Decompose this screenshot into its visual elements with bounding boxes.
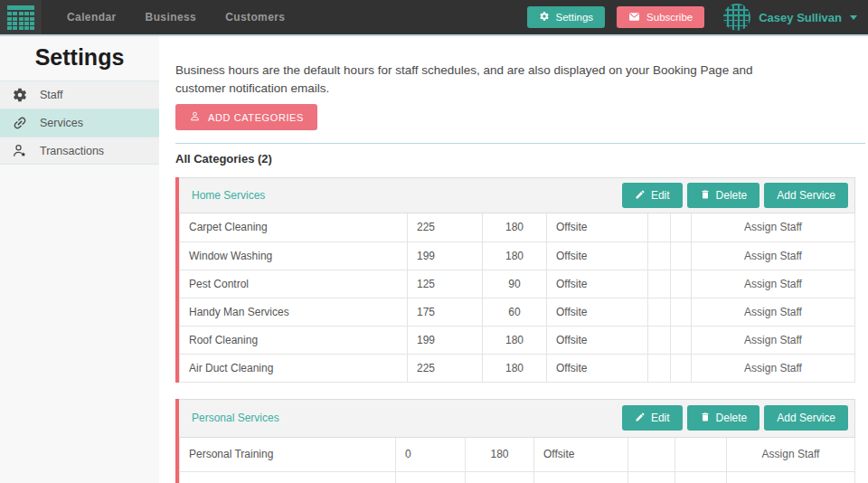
empty-cell (671, 242, 692, 270)
gear-icon (539, 11, 550, 24)
table-row: Handy Man Services 175 60 Offsite Assign… (180, 298, 855, 326)
service-name: Handy Man Services (180, 298, 408, 326)
trash-icon (700, 189, 711, 203)
empty-cell (671, 326, 692, 354)
add-categories-button[interactable]: ADD CATEGORIES (175, 104, 317, 130)
delete-category-button[interactable]: Delete (687, 405, 760, 431)
empty-cell (675, 472, 727, 483)
assign-staff-link[interactable]: Assign Staff (727, 438, 855, 472)
service-name: Window Washing (180, 242, 408, 270)
add-service-button[interactable]: Add Service (764, 405, 848, 431)
delete-label: Delete (716, 412, 748, 424)
assign-staff-link[interactable]: Assign Staff (692, 298, 855, 326)
topbar-right: Settings Subscribe Casey Sullivan (527, 4, 868, 31)
sidebar-item-transactions[interactable]: Transactions (0, 137, 159, 165)
settings-button[interactable]: Settings (527, 6, 606, 28)
service-location: Offsite (534, 472, 628, 483)
empty-cell (671, 213, 692, 242)
table-row: Pest Control 125 90 Offsite Assign Staff (180, 270, 855, 298)
empty-cell (648, 213, 671, 242)
empty-cell (648, 354, 671, 382)
service-duration: 90 (483, 270, 547, 298)
calendar-grid-icon (7, 5, 34, 30)
category-name: Personal Services (192, 412, 279, 424)
service-location: Offsite (547, 354, 648, 382)
edit-label: Edit (651, 189, 670, 202)
service-name: Pest Control (180, 270, 408, 298)
sidebar-item-services[interactable]: Services (0, 109, 159, 137)
service-price: 225 (408, 354, 483, 382)
service-duration: 60 (466, 472, 534, 483)
category-home-services: Home Services Edit Delete Add Service (175, 177, 855, 383)
service-location: Offsite (534, 438, 628, 472)
add-service-label: Add Service (777, 412, 835, 424)
service-location: Offsite (547, 213, 648, 242)
gear-icon (12, 87, 28, 103)
assign-staff-link[interactable]: Assign Staff (692, 270, 855, 298)
assign-staff-link[interactable]: Assign Staff (692, 354, 855, 382)
empty-cell (648, 242, 671, 270)
trash-icon (700, 412, 711, 425)
nav-business[interactable]: Business (131, 0, 212, 34)
service-location: Offsite (547, 242, 648, 270)
assign-staff-link[interactable]: Assign Staff (727, 472, 855, 483)
service-name: Roof Cleaning (180, 326, 408, 354)
business-hours-description: Business hours are the default hours for… (175, 62, 768, 97)
empty-cell (628, 472, 675, 483)
delete-label: Delete (716, 189, 748, 202)
category-actions: Edit Delete Add Service (622, 405, 848, 431)
services-table: Personal Training 0 180 Offsite Assign S… (179, 438, 855, 483)
main-nav: Calendar Business Customers (52, 0, 299, 34)
pencil-icon (635, 412, 646, 425)
category-header: Home Services Edit Delete Add Service (179, 177, 855, 213)
service-price: 80 (396, 472, 466, 483)
empty-cell (648, 270, 671, 298)
service-price: 0 (396, 438, 466, 472)
service-price: 125 (408, 270, 483, 298)
person-star-icon (12, 143, 28, 159)
nav-calendar[interactable]: Calendar (52, 0, 131, 34)
service-name: Air Duct Cleaning (180, 354, 408, 382)
user-name[interactable]: Casey Sullivan (759, 11, 842, 24)
delete-category-button[interactable]: Delete (687, 183, 760, 208)
topbar: Calendar Business Customers Settings Sub… (0, 0, 868, 36)
all-categories-heading: All Categories (2) (175, 152, 868, 166)
service-location: Offsite (547, 326, 648, 354)
pencil-icon (635, 189, 646, 203)
avatar[interactable] (723, 4, 750, 31)
service-price: 199 (408, 326, 483, 354)
envelope-icon (628, 11, 640, 24)
category-actions: Edit Delete Add Service (622, 183, 848, 208)
add-service-label: Add Service (777, 189, 835, 202)
settings-sidebar: Settings Staff Services Transactions (0, 36, 159, 483)
add-categories-label: ADD CATEGORIES (208, 112, 304, 123)
add-service-button[interactable]: Add Service (764, 183, 848, 208)
subscribe-button[interactable]: Subscribe (617, 6, 704, 28)
empty-cell (628, 438, 675, 472)
empty-cell (671, 298, 692, 326)
service-duration: 180 (483, 213, 547, 242)
page-title: Settings (0, 36, 159, 80)
category-header: Personal Services Edit Delete Add Servic… (179, 399, 855, 438)
services-settings-panel: Business hours are the default hours for… (159, 36, 868, 483)
app-logo[interactable] (0, 0, 42, 34)
service-duration: 60 (483, 298, 547, 326)
service-price: 175 (408, 298, 483, 326)
subscribe-button-label: Subscribe (646, 12, 693, 23)
chevron-down-icon[interactable] (850, 15, 857, 20)
assign-staff-link[interactable]: Assign Staff (692, 242, 855, 270)
empty-cell (671, 354, 692, 382)
service-name: Personal Training (180, 438, 396, 472)
nav-customers[interactable]: Customers (211, 0, 299, 34)
edit-category-button[interactable]: Edit (622, 183, 683, 208)
service-duration: 180 (483, 354, 547, 382)
assign-staff-link[interactable]: Assign Staff (692, 213, 855, 242)
service-duration: 180 (483, 326, 547, 354)
sidebar-item-label: Services (40, 117, 83, 129)
table-row: Carpet Cleaning 225 180 Offsite Assign S… (180, 213, 855, 242)
edit-category-button[interactable]: Edit (622, 405, 683, 431)
assign-staff-link[interactable]: Assign Staff (692, 326, 855, 354)
sidebar-item-staff[interactable]: Staff (0, 80, 159, 109)
service-price: 225 (408, 213, 483, 242)
section-divider (175, 143, 865, 144)
